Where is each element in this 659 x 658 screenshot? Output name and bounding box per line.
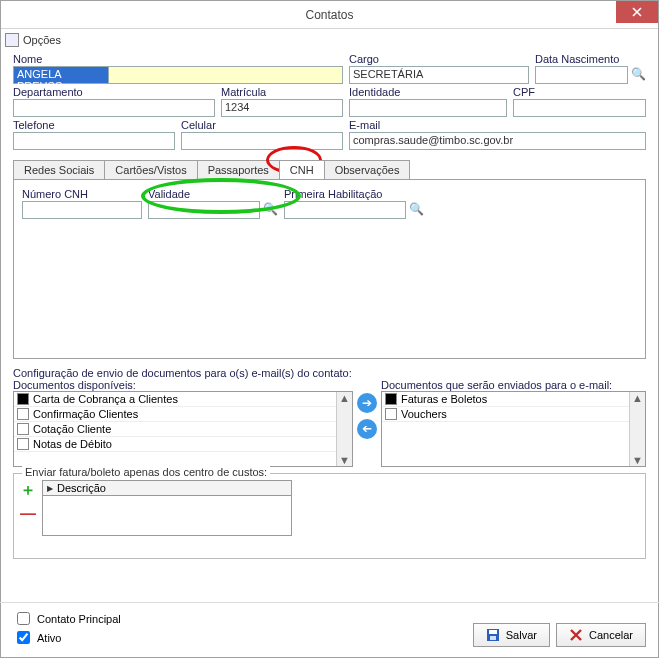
cargo-input[interactable]: SECRETÁRIA — [349, 66, 529, 84]
list-item: Faturas e Boletos — [382, 392, 645, 407]
cpf-input[interactable] — [513, 99, 646, 117]
departamento-input[interactable] — [13, 99, 215, 117]
window: Contatos Opções Nome ANGELA PREUSS Cargo… — [0, 0, 659, 658]
label-email: E-mail — [349, 119, 646, 131]
close-icon — [632, 7, 642, 17]
label-celular: Celular — [181, 119, 343, 131]
label-cpf: CPF — [513, 86, 646, 98]
form-content: Nome ANGELA PREUSS Cargo SECRETÁRIA Data… — [1, 51, 658, 598]
label-numero-cnh: Número CNH — [22, 188, 142, 200]
matricula-input[interactable]: 1234 — [221, 99, 343, 117]
validade-cnh-input[interactable] — [148, 201, 260, 219]
label-identidade: Identidade — [349, 86, 507, 98]
tab-passaportes[interactable]: Passaportes — [197, 160, 280, 179]
docs-config-header: Configuração de envio de documentos para… — [13, 367, 646, 379]
move-left-button[interactable]: ➔ — [357, 419, 377, 439]
label-data-nasc: Data Nascimento — [535, 53, 646, 65]
email-input[interactable]: compras.saude@timbo.sc.gov.br — [349, 132, 646, 150]
add-cc-button[interactable]: ＋ — [20, 480, 36, 501]
tab-redes-sociais[interactable]: Redes Sociais — [13, 160, 105, 179]
docs-selected-list[interactable]: Faturas e Boletos Vouchers ▲▼ — [381, 391, 646, 467]
move-right-button[interactable]: ➔ — [357, 393, 377, 413]
date-picker-icon[interactable]: 🔍 — [630, 66, 646, 82]
ativo-input[interactable] — [17, 631, 30, 644]
telefone-input[interactable] — [13, 132, 175, 150]
numero-cnh-input[interactable] — [22, 201, 142, 219]
menubar: Opções — [1, 29, 658, 51]
docs-available-label: Documentos disponíveis: — [13, 379, 353, 391]
list-item: Notas de Débito — [14, 437, 352, 452]
close-button[interactable] — [616, 1, 658, 23]
label-departamento: Departamento — [13, 86, 215, 98]
remove-cc-button[interactable]: — — [20, 505, 36, 523]
primeira-hab-input[interactable] — [284, 201, 406, 219]
list-item: Vouchers — [382, 407, 645, 422]
docs-available-list[interactable]: Carta de Cobrança a Clientes Confirmação… — [13, 391, 353, 467]
footer: Contato Principal Ativo Salvar Cancelar — [1, 603, 658, 657]
cancel-icon — [569, 628, 583, 642]
tab-observacoes[interactable]: Observações — [324, 160, 411, 179]
data-nasc-input[interactable] — [535, 66, 628, 84]
cc-fieldset: Enviar fatura/boleto apenas dos centro d… — [13, 473, 646, 559]
tab-cnh[interactable]: CNH — [279, 160, 325, 179]
save-button[interactable]: Salvar — [473, 623, 550, 647]
cc-list[interactable] — [42, 496, 292, 536]
scrollbar[interactable]: ▲▼ — [336, 392, 352, 466]
svg-rect-2 — [490, 636, 496, 640]
cc-column-header[interactable]: Descrição — [42, 480, 292, 496]
scrollbar[interactable]: ▲▼ — [629, 392, 645, 466]
label-primeira-hab: Primeira Habilitação — [284, 188, 424, 200]
nome-input-ext[interactable] — [109, 66, 343, 84]
list-item: Cotação Cliente — [14, 422, 352, 437]
list-item: Confirmação Clientes — [14, 407, 352, 422]
tabpanel-cnh: Número CNH Validade 🔍 Primeira Habilitaç… — [13, 179, 646, 359]
tab-cartoes-vistos[interactable]: Cartões/Vistos — [104, 160, 197, 179]
options-icon — [5, 33, 19, 47]
label-cargo: Cargo — [349, 53, 529, 65]
celular-input[interactable] — [181, 132, 343, 150]
label-telefone: Telefone — [13, 119, 175, 131]
validade-date-picker-icon[interactable]: 🔍 — [262, 201, 278, 217]
nome-input[interactable]: ANGELA PREUSS — [13, 66, 109, 84]
primeira-date-picker-icon[interactable]: 🔍 — [408, 201, 424, 217]
identidade-input[interactable] — [349, 99, 507, 117]
tabs: Redes Sociais Cartões/Vistos Passaportes… — [13, 160, 646, 179]
contato-principal-checkbox[interactable]: Contato Principal — [13, 609, 121, 628]
list-item: Carta de Cobrança a Clientes — [14, 392, 352, 407]
docs-selected-label: Documentos que serão enviados para o e-m… — [381, 379, 646, 391]
titlebar: Contatos — [1, 1, 658, 29]
label-validade-cnh: Validade — [148, 188, 278, 200]
ativo-checkbox[interactable]: Ativo — [13, 628, 121, 647]
contato-principal-input[interactable] — [17, 612, 30, 625]
label-nome: Nome — [13, 53, 343, 65]
window-title: Contatos — [305, 8, 353, 22]
save-icon — [486, 628, 500, 642]
svg-rect-1 — [489, 630, 497, 634]
menu-options[interactable]: Opções — [23, 34, 61, 46]
cc-legend: Enviar fatura/boleto apenas dos centro d… — [22, 466, 270, 478]
cancel-button[interactable]: Cancelar — [556, 623, 646, 647]
label-matricula: Matrícula — [221, 86, 343, 98]
